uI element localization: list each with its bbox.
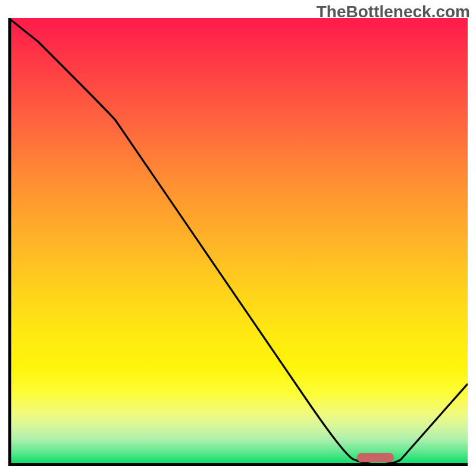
plot-area xyxy=(8,18,468,466)
optimum-marker xyxy=(357,453,394,462)
bottleneck-chart: TheBottleneck.com xyxy=(0,0,476,476)
x-axis xyxy=(8,463,468,466)
bottleneck-curve xyxy=(8,18,468,466)
curve-path xyxy=(8,18,468,464)
watermark-text: TheBottleneck.com xyxy=(317,2,470,21)
y-axis xyxy=(8,18,11,466)
